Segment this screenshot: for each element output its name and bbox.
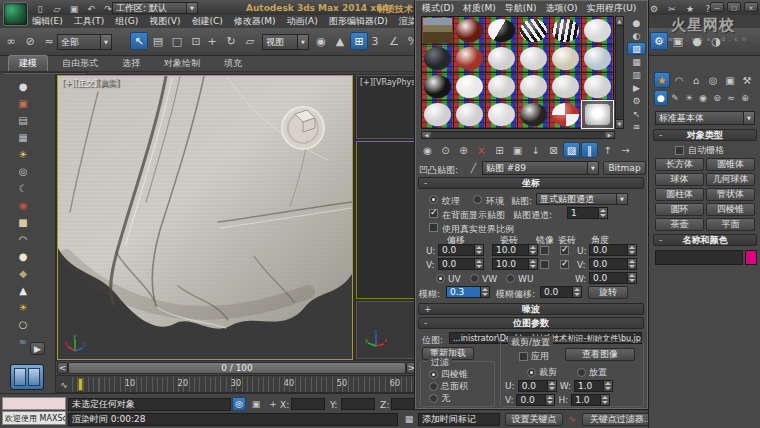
- wrench-icon[interactable]: ⚙: [647, 2, 661, 16]
- category-systems-icon[interactable]: ⊕: [738, 90, 752, 106]
- environment-icon[interactable]: ☾: [10, 180, 36, 196]
- material-slot[interactable]: [518, 17, 549, 44]
- selection-lock-icon[interactable]: ▣: [249, 397, 263, 411]
- mapping-dropdown[interactable]: 显式贴图通道: [536, 193, 628, 205]
- viewport-orthographic[interactable]: [+][正交][真实]: [57, 75, 353, 360]
- get-material-icon[interactable]: ◉: [419, 142, 436, 158]
- crop-w-spinner[interactable]: 1.0: [574, 380, 613, 392]
- menu-item[interactable]: 选项(O): [546, 2, 578, 15]
- texture-radio[interactable]: [429, 195, 438, 204]
- select-and-manipulate-icon[interactable]: ▲: [331, 32, 349, 50]
- bitmap-parameters-rollout[interactable]: -位图参数: [418, 317, 644, 329]
- crop-h-spinner[interactable]: 1.0: [571, 394, 610, 406]
- material-slot[interactable]: [486, 45, 517, 72]
- render-teapot-icon[interactable]: ●: [10, 78, 36, 94]
- go-to-parent-icon[interactable]: ↑: [599, 142, 616, 158]
- menu-item[interactable]: 实用程序(U): [587, 2, 637, 15]
- ribbon-tab[interactable]: 建模: [8, 55, 48, 71]
- crop-radio[interactable]: [527, 368, 536, 377]
- material-slot[interactable]: [550, 45, 581, 72]
- slots-horizontal-scrollbar[interactable]: ◀ ▶: [421, 131, 615, 139]
- menu-item[interactable]: 模式(D): [422, 2, 454, 15]
- workspace-dropdown[interactable]: 工作区: 默认: [112, 2, 198, 14]
- coordinates-rollout[interactable]: -坐标: [418, 177, 644, 189]
- object-type-button[interactable]: 球体: [655, 173, 704, 186]
- absolute-mode-icon[interactable]: +: [266, 397, 280, 411]
- crop-u-spinner[interactable]: 0.0: [518, 380, 557, 392]
- chevron-down-icon[interactable]: [743, 112, 754, 124]
- new-scene-icon[interactable]: ▯: [33, 2, 47, 16]
- u-tile-checkbox[interactable]: [560, 246, 569, 255]
- ribbon-tab[interactable]: 填充: [214, 56, 252, 71]
- object-type-button[interactable]: 圆锥体: [706, 158, 755, 171]
- x-coordinate-field[interactable]: [291, 398, 325, 410]
- snip-tool-icon[interactable]: ✂: [665, 2, 679, 16]
- viewport-label[interactable]: [+][正交][真实]: [62, 78, 119, 89]
- u-mirror-checkbox[interactable]: [540, 246, 549, 255]
- video-post-icon[interactable]: ◉: [10, 197, 36, 213]
- viewport-layout-tab[interactable]: [10, 364, 44, 390]
- slots-vertical-scrollbar[interactable]: ▲ ▼: [615, 16, 624, 129]
- tab-motion[interactable]: ◎: [705, 72, 721, 88]
- primitive-category-dropdown[interactable]: 标准基本体: [655, 111, 755, 125]
- map-channel-spinner[interactable]: 1: [567, 207, 608, 219]
- rendered-frame-window-icon[interactable]: ▣: [10, 95, 36, 111]
- tab-modify[interactable]: ◠: [671, 72, 687, 88]
- v-mirror-checkbox[interactable]: [540, 260, 549, 269]
- select-by-name-icon[interactable]: ▤: [149, 32, 167, 50]
- bind-to-space-warp-icon[interactable]: ≈: [40, 32, 58, 50]
- v-tile-checkbox[interactable]: [560, 260, 569, 269]
- tab-display[interactable]: ▣: [722, 72, 738, 88]
- menu-item[interactable]: 视图(V): [149, 15, 180, 28]
- material-slot[interactable]: [550, 73, 581, 100]
- time-tag-icon[interactable]: ▦: [402, 412, 416, 426]
- maxscript-mini-listener[interactable]: 欢迎使用 MAXSc: [2, 411, 66, 425]
- category-spacewarps-icon[interactable]: ≈: [724, 90, 738, 106]
- put-material-to-scene-icon[interactable]: ⊙: [437, 142, 454, 158]
- material-slot[interactable]: [422, 101, 453, 128]
- sample-type-icon[interactable]: ●: [627, 16, 646, 29]
- tab-utilities[interactable]: ⚒: [739, 72, 755, 88]
- background-icon[interactable]: ▨: [627, 42, 646, 55]
- scroll-right-icon[interactable]: ▶: [605, 132, 614, 138]
- material-slot[interactable]: [454, 17, 485, 44]
- sun-light-icon[interactable]: ☀: [10, 299, 36, 315]
- make-preview-icon[interactable]: ▶: [627, 81, 646, 94]
- ribbon-tab[interactable]: 自由形式: [52, 56, 108, 71]
- ribbon-tab[interactable]: 对象绘制: [154, 56, 210, 71]
- y-coordinate-field[interactable]: [341, 398, 375, 410]
- close-button[interactable]: ×: [744, 2, 758, 12]
- render-elements-icon[interactable]: ▦: [10, 129, 36, 145]
- v-angle-spinner[interactable]: 0.0: [589, 258, 637, 270]
- box-primitive-icon[interactable]: ■: [10, 214, 36, 230]
- material-slot[interactable]: [422, 73, 453, 100]
- select-object-icon[interactable]: ↖: [130, 32, 148, 50]
- scroll-down-icon[interactable]: ▼: [616, 119, 623, 128]
- material-slot[interactable]: [422, 17, 453, 44]
- material-slot[interactable]: [582, 101, 613, 128]
- tab-create[interactable]: ★: [654, 72, 670, 88]
- eyedropper-icon[interactable]: ╱: [467, 161, 480, 175]
- checkbox[interactable]: [675, 146, 684, 155]
- material-slot[interactable]: [518, 101, 549, 128]
- menu-item[interactable]: 组(G): [115, 15, 138, 28]
- assign-material-to-selection-icon[interactable]: ⊕: [455, 142, 472, 158]
- open-file-icon[interactable]: ▱: [50, 2, 64, 16]
- category-lights-icon[interactable]: ☀: [682, 90, 696, 106]
- make-unique-icon[interactable]: ▣: [509, 142, 526, 158]
- material-slot[interactable]: [454, 73, 485, 100]
- use-pivot-point-icon[interactable]: ◉: [312, 32, 330, 50]
- material-slot[interactable]: [486, 17, 517, 44]
- chevron-down-icon[interactable]: [297, 35, 308, 49]
- category-shapes-icon[interactable]: ✎: [668, 90, 682, 106]
- undo-icon[interactable]: ↶: [84, 2, 98, 16]
- teapot-primitive-icon[interactable]: ◆: [10, 265, 36, 281]
- save-file-icon[interactable]: ▣: [67, 2, 81, 16]
- u-offset-spinner[interactable]: 0.0: [438, 244, 484, 256]
- minimize-button[interactable]: —: [710, 2, 724, 12]
- angle-snap-icon[interactable]: ∠: [385, 32, 403, 50]
- exposure-control-icon[interactable]: ◎: [10, 163, 36, 179]
- material-slot[interactable]: [582, 73, 613, 100]
- reset-map-icon[interactable]: ×: [473, 142, 490, 158]
- sample-uv-tiling-icon[interactable]: ▦: [627, 55, 646, 68]
